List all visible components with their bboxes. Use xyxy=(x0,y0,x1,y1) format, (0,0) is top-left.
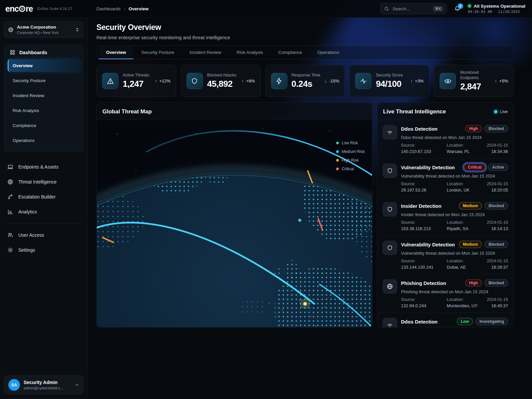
breadcrumb: Dashboards › Overview xyxy=(96,6,149,11)
logo-text-post: re xyxy=(26,4,33,14)
user-name: Security Admin xyxy=(24,380,64,385)
threat-item[interactable]: Insider Detection Medium Blocked Insider… xyxy=(377,197,513,236)
threat-location: Dubai, AE xyxy=(447,265,485,270)
sidebar: Acme Corporation Corporate HQ • New York… xyxy=(0,17,88,399)
eye-icon xyxy=(440,73,456,89)
stats-row: Active Threats 1,247 ↑ +12% Blocked Atta… xyxy=(96,65,514,97)
threat-time: 18:28:37 xyxy=(487,265,508,270)
status-badge: Blocked xyxy=(484,279,508,287)
stat-value: 1,247 xyxy=(123,79,149,89)
sidebar-item-threat-intelligence[interactable]: Threat Intelligence xyxy=(4,174,83,189)
sidebar-item-analytics[interactable]: Analytics xyxy=(4,204,83,219)
legend-dot-icon xyxy=(336,168,339,170)
threat-meta: Source: 132.94.0.244 Location: Montevide… xyxy=(401,297,508,308)
stat-delta: ↑ +3% xyxy=(410,78,424,83)
threat-description: Phishing threat detected on Mon Jan 15 2… xyxy=(401,289,508,294)
severity-badge: Medium xyxy=(459,202,482,209)
stat-value: 94/100 xyxy=(376,79,403,89)
branch-icon xyxy=(7,194,13,200)
threat-time: 18:45:37 xyxy=(487,303,508,308)
live-threat-panel: Live Threat Intelligence Live Ddos Detec… xyxy=(377,102,514,328)
tab-overview[interactable]: Overview xyxy=(98,46,134,59)
org-selector[interactable]: Acme Corporation Corporate HQ • New York xyxy=(4,21,83,38)
sidebar-item-operations[interactable]: Operations xyxy=(8,134,80,147)
threat-title: Insider Detection xyxy=(401,203,442,209)
clock-time: 09:36:03 AM xyxy=(468,10,492,14)
threat-date: 2024-01-15 xyxy=(487,182,508,186)
threat-source-ip: 153.38.116.213 xyxy=(401,226,445,231)
zap-icon xyxy=(271,73,287,89)
threat-item[interactable]: Ddos Detection High Blocked Ddos threat … xyxy=(377,120,513,159)
breadcrumb-dashboards[interactable]: Dashboards xyxy=(96,6,121,11)
stat-card-active-threats: Active Threats 1,247 ↑ +12% xyxy=(96,65,176,97)
sidebar-item-risk-analysis[interactable]: Risk Analysis xyxy=(8,104,80,117)
laptop-icon xyxy=(7,164,13,170)
sidebar-item-overview[interactable]: Overview xyxy=(8,59,80,72)
stat-label: Monitored Endpoints xyxy=(460,70,490,80)
stat-delta: ↑ +12% xyxy=(155,78,171,83)
users-icon xyxy=(7,232,13,238)
severity-badge: High xyxy=(465,125,482,132)
map-title: Global Threat Map xyxy=(102,108,152,115)
logo-text-pre: enc xyxy=(5,4,19,14)
stat-value: 0.24s xyxy=(292,79,321,89)
globe-icon xyxy=(8,27,14,33)
threat-list: Ddos Detection High Blocked Ddos threat … xyxy=(377,120,513,327)
threat-map-canvas[interactable]: Low Risk Medium Risk High Risk Critical xyxy=(97,120,372,327)
sidebar-item-endpoints-assets[interactable]: Endpoints & Assets xyxy=(4,159,83,174)
severity-badge: Critical xyxy=(464,164,485,171)
arrow-up-icon: ↑ xyxy=(242,78,244,83)
threat-panel-title: Live Threat Intelligence xyxy=(383,108,446,115)
threat-meta: Source: 133.144.130.241 Location: Dubai,… xyxy=(401,259,508,270)
tab-security-posture[interactable]: Security Posture xyxy=(134,46,182,59)
severity-badge: Low xyxy=(457,318,473,325)
arrow-up-icon: ↑ xyxy=(155,78,157,83)
sidebar-item-user-access[interactable]: User Access xyxy=(4,227,83,242)
tab-incident-review[interactable]: Incident Review xyxy=(182,46,229,59)
arrow-up-icon: ↑ xyxy=(410,78,413,83)
search-icon xyxy=(384,6,389,11)
stat-label: Blocked Attacks xyxy=(207,73,236,78)
search-input[interactable] xyxy=(392,6,430,12)
stat-card-monitored-endpoints: Monitored Endpoints 2,847 ↑ +5% xyxy=(434,65,514,97)
system-status: All Systems Operational 09:36:03 AM 11/2… xyxy=(468,4,525,14)
threat-date: 2024-01-15 xyxy=(487,220,508,225)
search-box[interactable]: ⌘K xyxy=(380,3,447,14)
notifications-button[interactable]: 2 xyxy=(454,6,461,12)
clock-date: 11/20/2025 xyxy=(498,10,520,14)
chevron-up-icon xyxy=(75,383,79,387)
tab-risk-analysis[interactable]: Risk Analysis xyxy=(229,46,271,59)
threat-item[interactable]: Ddos Detection Low Investigating xyxy=(377,313,513,327)
stat-card-blocked-attacks: Blocked Attacks 45,892 ↑ +8% xyxy=(181,65,261,97)
sidebar-item-escalation-builder[interactable]: Escalation Builder xyxy=(4,189,83,204)
org-name: Acme Corporation xyxy=(17,25,59,30)
status-badge: Blocked xyxy=(484,241,508,248)
user-menu[interactable]: SA Security Admin admin@cybershield.c... xyxy=(4,375,83,394)
map-legend: Low Risk Medium Risk High Risk Critical xyxy=(336,141,365,171)
threat-description: Vulnerability threat detected on Mon Jan… xyxy=(401,174,508,179)
threat-item[interactable]: Phishing Detection High Blocked Phishing… xyxy=(377,274,513,313)
threat-time: 18:14:13 xyxy=(487,226,508,231)
stat-value: 45,892 xyxy=(207,79,236,89)
status-badge: Investigating xyxy=(475,318,508,325)
status-badge: Active xyxy=(488,164,508,171)
stat-delta: ↑ +5% xyxy=(495,78,508,83)
sidebar-item-compliance[interactable]: Compliance xyxy=(8,119,80,132)
sidebar-item-incident-review[interactable]: Incident Review xyxy=(8,89,80,102)
sidebar-item-security-posture[interactable]: Security Posture xyxy=(8,74,80,87)
sidebar-item-settings[interactable]: Settings xyxy=(4,242,83,257)
grid-icon xyxy=(10,50,15,55)
threat-title: Vulnerability Detection xyxy=(401,242,455,247)
tab-compliance[interactable]: Compliance xyxy=(271,46,310,59)
activity-icon xyxy=(355,73,371,89)
stat-label: Response Time xyxy=(292,73,321,78)
threat-item[interactable]: Vulnerability Detection Medium Blocked V… xyxy=(377,236,513,274)
threat-title: Ddos Detection xyxy=(401,319,438,325)
warning-icon xyxy=(102,73,118,89)
threat-title: Vulnerability Detection xyxy=(401,165,455,170)
tab-operations[interactable]: Operations xyxy=(310,46,347,59)
wifi-icon xyxy=(383,318,397,327)
threat-item[interactable]: Vulnerability Detection Critical Active … xyxy=(377,159,513,197)
legend-dot-icon xyxy=(336,142,339,144)
chevron-updown-icon xyxy=(75,28,79,32)
